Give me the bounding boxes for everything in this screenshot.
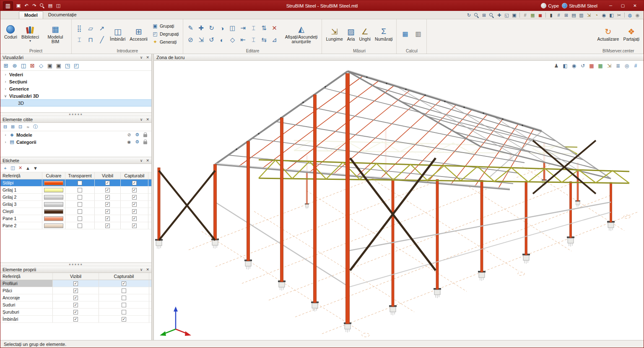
info-globe-icon[interactable]: ◉ [634,12,641,18]
zoom-window-icon[interactable] [473,12,480,18]
move-up-icon[interactable]: ▲ [24,164,31,171]
dxf-dwg-icon[interactable]: # [522,12,529,18]
own-row-ancoraje[interactable]: Ancoraje ✓ [0,294,151,301]
cad-logo-icon[interactable]: ◼ [537,12,544,18]
vizibil-checkbox[interactable]: ✓ [73,317,78,322]
search-icon[interactable] [39,2,46,10]
snapshot-icon[interactable]: ▣ [46,62,54,70]
layers-icon[interactable]: ≣ [614,62,622,69]
aria-button[interactable]: ▨ Aria [345,25,357,43]
rotate-icon[interactable]: ↻ [206,23,216,34]
protractor-icon[interactable]: ◔ [593,12,600,18]
vizibil-checkbox[interactable]: ✓ [105,195,110,200]
vizibil-checkbox[interactable]: ✓ [73,303,78,307]
chevron-right-icon[interactable]: › [3,87,8,91]
color-swatch[interactable] [44,202,63,207]
strubim-product[interactable]: StruBIM Steel [562,3,597,8]
structure-3d-model[interactable] [154,61,644,340]
redraw-icon[interactable]: ↻ [465,12,473,18]
views-3d-icon[interactable]: # [632,62,639,69]
capturabil-checkbox[interactable] [122,288,126,293]
visibility-icon[interactable]: ◉ [127,140,131,144]
anunturi-button[interactable]: ◭ Afișați/Ascundeți anunțurile [283,23,319,45]
lungime-button[interactable]: ⇲ Lungime [324,25,344,43]
tree-item-categorii[interactable]: › ▤ Categorii ◉ ⚙ [0,138,151,145]
label-row-grilaj3[interactable]: Grilaj 3 ✓ ✓ [0,201,151,208]
chevron-down-icon[interactable]: ∨ [3,94,8,98]
actualizare-button[interactable]: ↻ Actualizare [596,25,621,43]
visibility-off-icon[interactable]: ⊘ [127,132,131,137]
close-panel-icon[interactable]: ✕ [146,55,149,60]
profile-icon[interactable]: ⌶ [74,34,85,45]
collapse-panel-icon[interactable]: ∨ [140,267,143,272]
coduri-button[interactable]: Coduri [3,23,19,41]
pan-icon[interactable]: ✚ [496,12,503,18]
swap-icon[interactable]: ⇆ [259,34,269,46]
delete-icon[interactable]: ✕ [269,23,279,34]
visibility-icon[interactable]: ◎ [623,62,631,69]
add-3d-view-icon[interactable]: ⊞ [2,62,10,70]
collapse-panel-icon[interactable]: ∨ [140,117,143,122]
workspace-canvas[interactable]: ♟◧◉↺▦▦⇲≣◎# [154,61,644,340]
tree-item-modele[interactable]: › ◈ Modele ⊘ ⚙ [0,131,151,138]
color-swatch[interactable] [44,195,63,200]
redo-icon[interactable]: ↷ [31,2,38,10]
chevron-right-icon[interactable]: › [3,140,8,144]
gear-icon[interactable]: ⚙ [135,132,139,138]
align-icon[interactable]: ⇅ [259,23,269,34]
delete-view-icon[interactable]: ⊠ [28,62,36,70]
tab-model[interactable]: Model [19,11,43,19]
label-row-grilaj1[interactable]: Grilaj 1 ✓ ✓ [0,187,151,194]
partajati-button[interactable]: ❖ Partajați [621,25,641,43]
elevations-icon[interactable]: ▦ [588,62,595,69]
screenshot-icon[interactable]: ▣ [511,12,518,18]
chevron-right-icon[interactable]: › [3,73,8,77]
tab-documentatie[interactable]: Documentație [43,11,82,19]
capturabil-checkbox[interactable]: ✓ [122,317,126,322]
monitor-icon[interactable]: ▮ [548,12,555,18]
tree-item-vederi[interactable]: › Vederi [0,71,151,78]
report-icon[interactable]: ▤ [570,12,577,18]
angle-icon[interactable]: ⊿ [269,34,279,46]
app-icon[interactable]: ▥ [3,1,13,10]
chat-icon[interactable]: ◧ [608,12,615,18]
color-swatch[interactable] [44,223,63,228]
transparent-checkbox[interactable] [78,188,82,192]
close-panel-icon[interactable]: ✕ [146,117,149,122]
own-row-profiluri[interactable]: Profiluri ✓ ✓ [0,280,151,287]
label-row-pane1[interactable]: Pane 1 ✓ ✓ [0,215,151,222]
gear-icon[interactable]: ⚙ [135,139,139,145]
copy-label-icon[interactable]: ◫ [9,164,16,171]
section-icon[interactable]: ⊓ [85,34,96,45]
color-swatch[interactable] [44,209,63,214]
copy-icon[interactable]: ◫ [227,23,237,34]
capturabil-checkbox[interactable]: ✓ [132,188,137,192]
info-icon[interactable]: ⓘ [32,123,39,130]
imbinari-button[interactable]: ◫ Îmbinări [108,25,127,43]
capturabil-checkbox[interactable] [122,310,126,314]
lock-icon[interactable] [143,134,147,137]
vizibil-checkbox[interactable]: ✓ [105,181,110,185]
capturabil-checkbox[interactable]: ✓ [132,216,137,221]
label-row-grilaj2[interactable]: Grilaj 2 ✓ ✓ [0,194,151,201]
chevron-right-icon[interactable]: › [3,80,8,84]
own-row-imbinari[interactable]: Îmbinări ✓ ✓ [0,316,151,323]
mirror-v-icon[interactable]: ◐ [217,34,227,46]
own-row-suruburi[interactable]: Șuruburi ✓ [0,309,151,316]
color-swatch[interactable] [44,181,63,185]
compass-icon[interactable]: ◉ [600,12,608,18]
generati-button[interactable]: ✦ Generați [150,38,181,46]
label-row-pane2[interactable]: Pane 2 ✓ ✓ [0,222,151,229]
add-view-icon[interactable]: ⊛ [10,62,19,70]
capturabil-checkbox[interactable]: ✓ [132,202,137,207]
calculate-button[interactable]: ▦ [399,27,411,41]
close-button[interactable]: ✕ [629,1,641,10]
mirror-icon[interactable]: ◑ [217,23,227,34]
collapse-panel-icon[interactable]: ∨ [140,158,143,163]
rotate-ccw-icon[interactable]: ↺ [206,34,216,46]
collapse-all-icon[interactable]: ⊟ [2,123,9,130]
minimize-button[interactable]: ─ [605,1,617,10]
grid-points-icon[interactable]: ⣿ [74,23,85,34]
solid-view-icon[interactable]: ◳ [63,62,72,70]
link-icon[interactable]: ≈ [24,123,31,130]
